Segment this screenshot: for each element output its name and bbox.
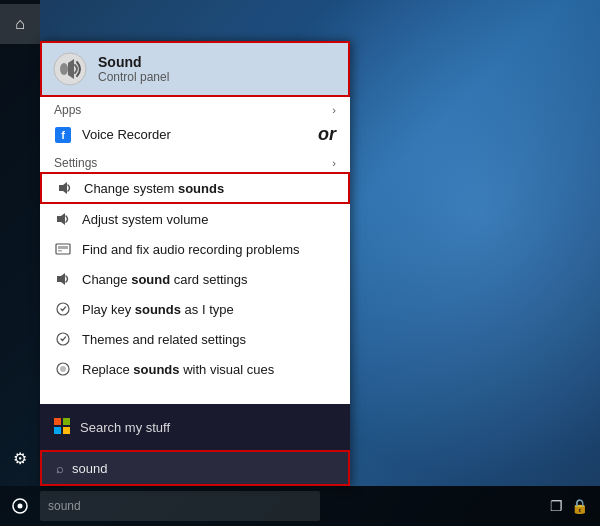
menu-item-change-system-sounds[interactable]: Change system sounds — [40, 172, 350, 204]
or-text: or — [318, 124, 336, 145]
svg-rect-7 — [58, 246, 68, 249]
svg-marker-5 — [57, 213, 65, 225]
taskbar-lock-icon[interactable]: 🔒 — [571, 498, 588, 514]
windows-logo-icon — [54, 418, 70, 437]
settings-icon: ⚙ — [13, 449, 27, 468]
fix-audio-icon — [54, 240, 72, 258]
settings-section-header: Settings › — [40, 150, 350, 172]
top-result-sound[interactable]: Sound Control panel — [40, 41, 350, 97]
settings-arrow: › — [332, 157, 336, 169]
sound-small-icon-3 — [54, 270, 72, 288]
sidebar-item-home[interactable]: ⌂ — [0, 4, 40, 44]
svg-rect-14 — [54, 418, 61, 425]
sound-small-icon-2 — [54, 210, 72, 228]
voice-recorder-label: Voice Recorder — [82, 127, 171, 142]
svg-rect-15 — [63, 418, 70, 425]
top-result-subtitle: Control panel — [98, 70, 169, 84]
adjust-volume-label: Adjust system volume — [82, 212, 208, 227]
apps-label: Apps — [54, 103, 81, 117]
apps-arrow: › — [332, 104, 336, 116]
svg-rect-8 — [58, 250, 62, 252]
svg-point-13 — [60, 366, 66, 372]
search-input-area[interactable]: ⌕ sound — [40, 450, 350, 486]
taskbar-system-icons: ❐ 🔒 — [550, 498, 600, 514]
svg-marker-9 — [57, 273, 65, 285]
start-logo — [12, 498, 28, 514]
taskbar-search-box[interactable]: sound — [40, 491, 320, 521]
start-menu: Sound Control panel Apps › f Voice Recor… — [40, 41, 350, 486]
top-result-title: Sound — [98, 54, 169, 70]
change-system-sounds-label: Change system sounds — [84, 181, 224, 196]
svg-point-19 — [18, 504, 23, 509]
svg-text:f: f — [61, 129, 65, 141]
sound-svg-icon — [52, 51, 88, 87]
menu-item-sound-card[interactable]: Change sound card settings — [40, 264, 350, 294]
sidebar-item-settings[interactable]: ⚙ — [0, 438, 40, 478]
voice-recorder-icon: f — [54, 126, 72, 144]
svg-rect-16 — [54, 427, 61, 434]
sound-card-label: Change sound card settings — [82, 272, 247, 287]
sound-control-panel-icon — [52, 51, 88, 87]
sound-small-icon-1 — [56, 179, 74, 197]
themes-label: Themes and related settings — [82, 332, 246, 347]
visual-cues-label: Replace sounds with visual cues — [82, 362, 274, 377]
menu-item-visual-cues[interactable]: Replace sounds with visual cues — [40, 354, 350, 384]
key-sounds-label: Play key sounds as I type — [82, 302, 234, 317]
home-icon: ⌂ — [15, 15, 25, 33]
menu-item-adjust-volume[interactable]: Adjust system volume — [40, 204, 350, 234]
fix-audio-label: Find and fix audio recording problems — [82, 242, 300, 257]
start-button[interactable] — [0, 486, 40, 526]
themes-icon — [54, 330, 72, 348]
taskbar-search-text: sound — [48, 499, 81, 513]
voice-recorder-row[interactable]: f Voice Recorder or — [40, 119, 350, 150]
sidebar: ⌂ ⚙ — [0, 0, 40, 486]
apps-section-header: Apps › — [40, 97, 350, 119]
top-result-text: Sound Control panel — [98, 54, 169, 84]
taskbar: sound ❐ 🔒 — [0, 486, 600, 526]
menu-item-key-sounds[interactable]: Play key sounds as I type — [40, 294, 350, 324]
settings-label: Settings — [54, 156, 97, 170]
svg-point-1 — [60, 63, 68, 75]
visual-cues-icon — [54, 360, 72, 378]
voice-recorder-content: f Voice Recorder — [54, 126, 298, 144]
search-my-stuff-bar[interactable]: Search my stuff — [40, 404, 350, 450]
taskbar-multitask-icon[interactable]: ❐ — [550, 498, 563, 514]
svg-rect-17 — [63, 427, 70, 434]
menu-item-fix-audio[interactable]: Find and fix audio recording problems — [40, 234, 350, 264]
key-sounds-icon — [54, 300, 72, 318]
search-input-value: sound — [72, 461, 107, 476]
search-my-stuff-label: Search my stuff — [80, 420, 170, 435]
search-input-icon: ⌕ — [56, 461, 64, 476]
svg-marker-4 — [59, 182, 67, 194]
menu-item-themes[interactable]: Themes and related settings — [40, 324, 350, 354]
